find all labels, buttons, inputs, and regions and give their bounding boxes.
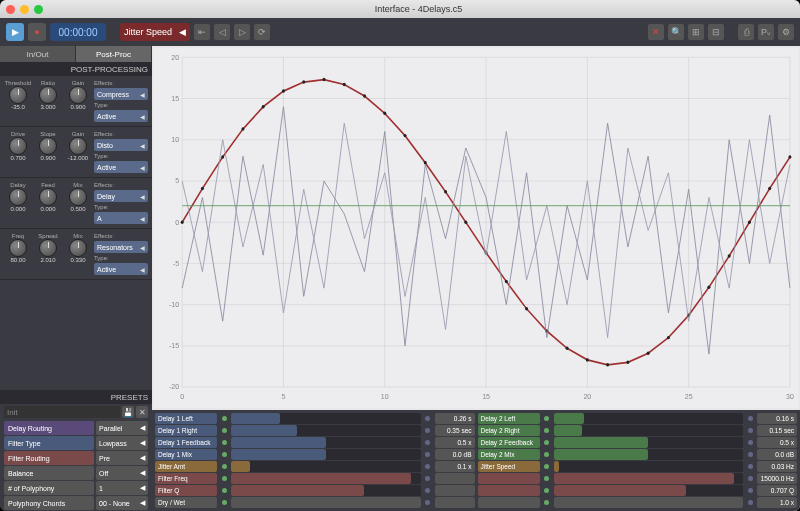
fx-effect-select[interactable]: Compress◀	[94, 88, 148, 100]
param-play-icon[interactable]	[746, 461, 754, 472]
param-slider[interactable]	[554, 413, 744, 424]
setting-value[interactable]: Parallel◀	[96, 421, 148, 435]
param-play-icon[interactable]	[746, 413, 754, 424]
setting-value[interactable]: Lowpass◀	[96, 436, 148, 450]
nav-prev-icon[interactable]: ◁	[214, 24, 230, 40]
record-button[interactable]: ●	[28, 23, 46, 41]
param-slider[interactable]	[554, 473, 744, 484]
param-play-icon[interactable]	[424, 437, 432, 448]
knob-value: 3.000	[40, 104, 55, 110]
gear-icon[interactable]: ⚙	[778, 24, 794, 40]
param-indicator[interactable]	[220, 485, 228, 496]
param-indicator[interactable]	[220, 437, 228, 448]
param-play-icon[interactable]	[746, 473, 754, 484]
param-indicator[interactable]	[543, 461, 551, 472]
preset-name[interactable]: Init	[4, 406, 120, 418]
knob-threshold[interactable]	[9, 86, 27, 104]
cut-icon[interactable]: ✕	[648, 24, 664, 40]
param-selector[interactable]: Jitter Speed◀	[120, 23, 190, 41]
param-icon[interactable]: Pᵥ	[758, 24, 774, 40]
param-indicator[interactable]	[220, 461, 228, 472]
param-play-icon[interactable]	[746, 485, 754, 496]
param-slider[interactable]	[554, 425, 744, 436]
fx-type-select[interactable]: A◀	[94, 212, 148, 224]
param-play-icon[interactable]	[746, 497, 754, 508]
knob-drive[interactable]	[9, 137, 27, 155]
snapshot-icon[interactable]: ⎙	[738, 24, 754, 40]
zoom-h-icon[interactable]: ⊟	[708, 24, 724, 40]
knob-spread[interactable]	[39, 239, 57, 257]
knob-mix[interactable]	[69, 239, 87, 257]
knob-mix[interactable]	[69, 188, 87, 206]
param-slider[interactable]	[231, 485, 421, 496]
fx-type-select[interactable]: Active◀	[94, 161, 148, 173]
fx-effect-select[interactable]: Disto◀	[94, 139, 148, 151]
preset-save-icon[interactable]: 💾	[122, 406, 134, 418]
param-play-icon[interactable]	[746, 449, 754, 460]
chart[interactable]: -20-15-10-505101520051015202530	[154, 48, 798, 408]
param-play-icon[interactable]	[424, 497, 432, 508]
param-slider[interactable]	[231, 437, 421, 448]
close-icon[interactable]	[6, 5, 15, 14]
knob-slope[interactable]	[39, 137, 57, 155]
param-indicator[interactable]	[543, 437, 551, 448]
knob-value: 0.000	[10, 206, 25, 212]
knob-freq[interactable]	[9, 239, 27, 257]
nav-next-icon[interactable]: ▷	[234, 24, 250, 40]
zoom-icon[interactable]: 🔍	[668, 24, 684, 40]
param-play-icon[interactable]	[424, 449, 432, 460]
presets-header: PRESETS	[0, 390, 152, 404]
zoom-v-icon[interactable]: ⊞	[688, 24, 704, 40]
nav-first-icon[interactable]: ⇤	[194, 24, 210, 40]
param-slider[interactable]	[231, 413, 421, 424]
param-slider[interactable]	[231, 461, 421, 472]
param-play-icon[interactable]	[424, 473, 432, 484]
fx-effect-select[interactable]: Resonators◀	[94, 241, 148, 253]
param-indicator[interactable]	[220, 449, 228, 460]
param-play-icon[interactable]	[746, 425, 754, 436]
fx-type-select[interactable]: Active◀	[94, 263, 148, 275]
param-indicator[interactable]	[220, 473, 228, 484]
param-slider[interactable]	[231, 473, 421, 484]
param-indicator[interactable]	[220, 497, 228, 508]
knob-gain[interactable]	[69, 86, 87, 104]
play-button[interactable]: ▶	[6, 23, 24, 41]
param-play-icon[interactable]	[424, 425, 432, 436]
param-slider[interactable]	[554, 449, 744, 460]
param-indicator[interactable]	[543, 449, 551, 460]
minimize-icon[interactable]	[20, 5, 29, 14]
loop-icon[interactable]: ⟳	[254, 24, 270, 40]
param-play-icon[interactable]	[746, 437, 754, 448]
knob-gain[interactable]	[69, 137, 87, 155]
param-indicator[interactable]	[220, 413, 228, 424]
param-indicator[interactable]	[543, 413, 551, 424]
knob-delay[interactable]	[9, 188, 27, 206]
param-slider[interactable]	[231, 449, 421, 460]
setting-value[interactable]: Pre◀	[96, 451, 148, 465]
param-play-icon[interactable]	[424, 461, 432, 472]
param-indicator[interactable]	[220, 425, 228, 436]
knob-ratio[interactable]	[39, 86, 57, 104]
param-slider[interactable]	[554, 497, 744, 508]
param-indicator[interactable]	[543, 485, 551, 496]
param-indicator[interactable]	[543, 473, 551, 484]
fx-type-select[interactable]: Active◀	[94, 110, 148, 122]
setting-value[interactable]: Off◀	[96, 466, 148, 480]
setting-value[interactable]: 00 - None◀	[96, 496, 148, 510]
param-slider[interactable]	[554, 485, 744, 496]
param-slider[interactable]	[554, 461, 744, 472]
maximize-icon[interactable]	[34, 5, 43, 14]
param-play-icon[interactable]	[424, 413, 432, 424]
tab-inout[interactable]: In/Out	[0, 46, 76, 62]
setting-value[interactable]: 1◀	[96, 481, 148, 495]
knob-feed[interactable]	[39, 188, 57, 206]
param-slider[interactable]	[231, 497, 421, 508]
param-indicator[interactable]	[543, 425, 551, 436]
param-play-icon[interactable]	[424, 485, 432, 496]
param-indicator[interactable]	[543, 497, 551, 508]
fx-effect-select[interactable]: Delay◀	[94, 190, 148, 202]
tab-postproc[interactable]: Post-Proc	[76, 46, 152, 62]
param-slider[interactable]	[231, 425, 421, 436]
preset-delete-icon[interactable]: ✕	[136, 406, 148, 418]
param-slider[interactable]	[554, 437, 744, 448]
